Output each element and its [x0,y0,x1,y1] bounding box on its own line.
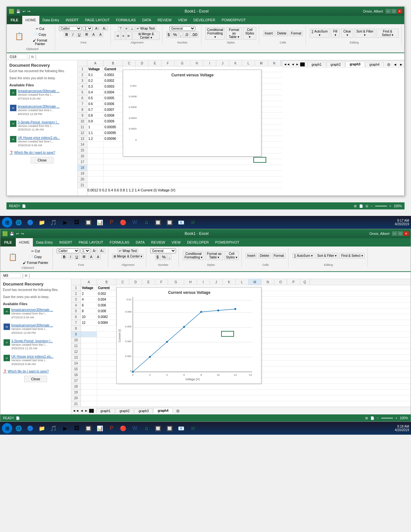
w2-cell-b4[interactable]: 0.006 [97,303,116,308]
minimize-btn-2[interactable]: ─ [392,231,397,236]
tab-data-1[interactable]: DATA [139,16,154,24]
merge-center-btn-1[interactable]: ⊞ Merge & Center ▾ [132,32,159,40]
align-left-btn-1[interactable]: ⫷ [115,32,121,40]
recovery-file-1b[interactable]: W breastcancerover30female ... Version c… [9,104,75,117]
sheet-tab-graph1-2[interactable]: graph1 [96,408,115,413]
tab-developer-2[interactable]: DEVELOPER [184,238,212,247]
tab-view-1[interactable]: VIEW [175,16,190,24]
taskbar-ppt-2[interactable]: P [106,423,117,433]
w2-cell-a9[interactable] [81,332,97,337]
sheet-tab-graph3-2[interactable]: graph3 [134,408,153,413]
sort-filter-btn-1[interactable]: Sort & Filter ▾ [355,29,375,38]
clear-btn-1[interactable]: Clear ▾ [341,29,353,38]
w2-cell-a7[interactable]: 12 [81,320,97,325]
format-btn-1[interactable]: Format [289,31,303,36]
cell-a2[interactable]: 0.1 [87,72,103,78]
tab-home-1[interactable]: HOME [22,16,39,24]
bold-btn-2[interactable]: B [61,254,67,259]
zoom-out-btn-2[interactable]: − [377,416,379,420]
tab-file-2[interactable]: FILE [0,238,16,247]
tab-pagelayout-1[interactable]: PAGE LAYOUT [82,16,113,24]
underline-btn-1[interactable]: U [76,32,82,37]
restore-btn-2[interactable]: □ [398,231,403,236]
taskbar-media2-1[interactable]: ▶ [60,217,70,227]
delete-btn-2[interactable]: Delete [258,253,271,258]
recovery-question-1[interactable]: ❓ Which file do I want to save? [9,151,75,154]
recovery-file-2c[interactable]: xl 3-Single-Period_Inventory l... Versio… [3,338,68,351]
tab-powerpivot-2[interactable]: POWERPIVOT [212,238,243,247]
cell-a11[interactable]: 1 [87,124,103,130]
font-size-select-2[interactable]: 11 [81,248,90,253]
view-normal-btn-2[interactable]: ⊞ [365,416,368,420]
w2-cell-a14[interactable] [81,361,97,366]
recovery-file-name-2d[interactable]: UK House price indexv2.xls... [11,354,68,359]
taskbar-outlook-1[interactable]: 📧 [176,217,186,227]
cell-a4[interactable]: 0.3 [87,84,103,89]
taskbar-ie-1[interactable]: 🌐 [14,217,24,227]
view-break-btn-1[interactable]: ⊟ [366,204,368,208]
align-middle-btn-1[interactable]: ≡ [124,26,129,31]
sheet-tab-graph4-2[interactable]: graph4 [153,408,172,413]
cell-b6[interactable]: 0.0005 [103,95,123,101]
sheet-tab-nav-prev-2[interactable]: ◄ [80,409,83,412]
tab-home-2[interactable]: HOME [16,238,33,247]
tab-dataentry-1[interactable]: Data Entry [39,16,63,24]
recovery-file-name-1b[interactable]: breastcancerover30female ... [18,104,74,109]
close-btn-1[interactable]: ✕ [397,9,402,14]
border-btn-1[interactable]: ⊞ [83,32,90,37]
cell-b1[interactable]: Current [103,66,123,72]
number-format-select-2[interactable]: General [150,248,176,253]
taskbar-spotify-1[interactable]: ♫ [141,217,152,227]
tab-view-2[interactable]: VIEW [168,238,184,247]
taskbar-word-2[interactable]: W [130,423,140,433]
cell-a1[interactable]: Voltage [87,66,103,72]
tab-file-1[interactable]: FILE [7,16,22,24]
w2-cell-a5[interactable]: 8 [81,308,97,314]
cell-a17[interactable] [87,159,103,165]
conditional-formatting-btn-1[interactable]: ConditionalFormatting ▾ [205,27,225,40]
recovery-file-2a[interactable]: xl breastcancerover30female ... Version … [3,307,68,320]
number-format-select-1[interactable]: General [170,26,195,31]
w2-cell-a16[interactable] [81,372,97,378]
copy-btn-2[interactable]: 📄 Copy [21,254,50,260]
cell-a3[interactable]: 0.2 [87,78,103,83]
fill-color-btn-2[interactable]: A [88,254,94,259]
w2-cell-a17[interactable] [81,378,97,383]
sort-filter-btn-2[interactable]: Sort & Filter ▾ [316,253,338,258]
taskbar-photos-2[interactable]: 🖼 [72,423,82,433]
taskbar-ppt-1[interactable]: P [106,217,117,227]
delete-btn-1[interactable]: Delete [276,31,288,36]
percent-btn-2[interactable]: % [161,254,167,260]
taskbar-file-2[interactable]: 📁 [37,423,47,433]
taskbar-app1-2[interactable]: 🔲 [83,423,93,433]
decrease-decimal-btn-1[interactable]: .00 [190,32,199,38]
minimize-btn-1[interactable]: ─ [386,9,391,14]
tab-insert-2[interactable]: INSERT [56,238,75,247]
comma-btn-1[interactable]: , [179,32,183,38]
font-color-btn-2[interactable]: A [95,254,101,259]
cell-ref-input-2[interactable]: M9 [2,273,21,278]
w2-cell-a10[interactable] [81,337,97,343]
taskbar-file-1[interactable]: 📁 [37,217,47,227]
wrap-text-btn-2[interactable]: ↵ Wrap Text [118,248,138,253]
conditional-formatting-btn-2[interactable]: ConditionalFormatting ▾ [183,251,204,260]
italic-btn-1[interactable]: I [71,32,75,37]
taskbar-excel-btn-1[interactable]: xl [188,217,198,227]
sheet-tab-nav-left-1[interactable]: ◄◄ [284,63,290,66]
tab-developer-1[interactable]: DEVELOPER [190,16,218,24]
format-painter-btn-2[interactable]: 🖌 Format Painter [21,260,50,266]
cell-b4[interactable]: 0.0003 [103,84,123,89]
w2-cell-a12[interactable] [81,349,97,354]
chart-1[interactable]: Current versus Voltage 0 0.0002 0.0004 0… [123,70,261,157]
add-sheet-btn-1[interactable]: ⊕ [384,61,393,68]
tab-insert-1[interactable]: INSERT [63,16,82,24]
align-top-btn-1[interactable]: ⊤ [118,26,123,31]
tab-powerpivot-1[interactable]: POWERPIVOT [219,16,249,24]
taskbar-app1-1[interactable]: 🔲 [83,217,93,227]
tab-formulas-2[interactable]: FORMULAS [106,238,132,247]
taskbar-app2-2[interactable]: 📊 [95,423,105,433]
w2-cell-a15[interactable] [81,366,97,372]
recovery-question-2[interactable]: ❓ Which file do I want to save? [3,370,68,373]
cell-b11[interactable]: 0.00095 [103,124,123,130]
recovery-file-2b[interactable]: W breastcancerover30female ... Version c… [3,323,68,335]
